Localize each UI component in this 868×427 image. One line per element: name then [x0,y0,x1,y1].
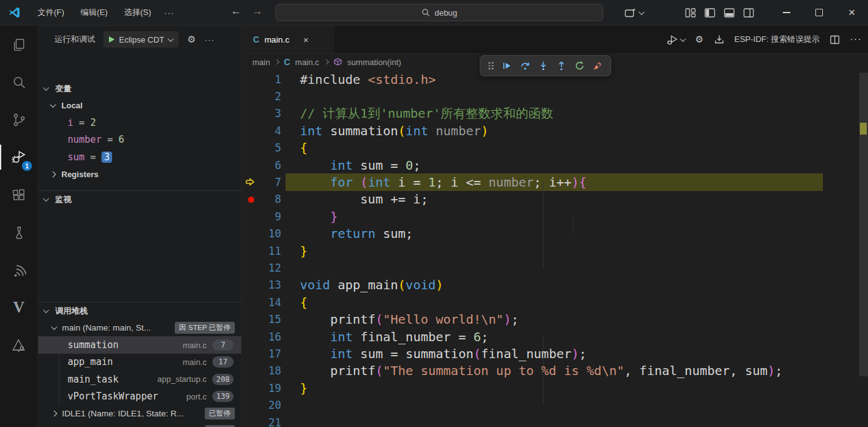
code-line: 12 [242,259,868,276]
code-line: 5{ [242,140,868,157]
line-number: 4 [242,125,281,137]
step-over-button[interactable] [516,57,534,75]
variable-row[interactable]: i = 2 [38,114,241,131]
callstack-frame-row[interactable]: vPortTaskWrapperport.c139 [38,388,241,405]
activity-extensions[interactable] [0,176,38,214]
step-out-button[interactable] [552,57,571,75]
tab-close-icon[interactable]: × [303,34,309,45]
debug-gear-icon[interactable]: ⚙ [187,34,195,45]
split-editor-icon[interactable] [830,35,840,44]
breadcrumb-item[interactable]: summation(int) [348,58,401,67]
command-center-search[interactable]: debug [276,4,603,21]
c-file-icon: C [284,57,290,67]
line-number: 14 [242,296,281,309]
chevron-down-icon [680,36,686,42]
watch-section-header[interactable]: 监视 [38,191,241,208]
activity-v-extension[interactable]: V [0,289,38,326]
editor-more-icon[interactable]: ··· [850,34,862,45]
step-into-button[interactable] [534,57,552,75]
variable-row[interactable]: number = 6 [38,131,241,148]
frame-file: port.c [186,392,207,401]
activity-source-control[interactable] [0,101,38,138]
code-line: 11} [242,242,868,259]
launch-config-dropdown[interactable]: Eclipse CDT [103,31,178,48]
run-or-debug-button[interactable] [667,34,685,45]
frame-name: app_main [68,356,113,368]
callstack-thread-row[interactable]: main (Name: main, St...因 STEP 已暂停 [38,319,241,336]
tab-main-c[interactable]: C main.c × [242,26,334,53]
tab-bar: C main.c × ⚙ ESP-IDF: 搜索错误提示 ··· [242,26,868,54]
back-icon[interactable]: ← [228,5,244,18]
variables-section-header[interactable]: 变量 [38,80,241,97]
code-line: 8 sum += i; [242,191,868,208]
close-button[interactable]: × [835,0,868,25]
menu-item[interactable]: 选择(S) [117,4,158,21]
code-line: 3// 计算从1到'number'所有整数求和的函数 [242,105,868,122]
frame-file: main.c [183,341,207,350]
minimize-button[interactable] [770,0,803,25]
scope-local[interactable]: Local [38,97,241,114]
tab-label: main.c [264,35,289,44]
chevron-down-icon [639,9,645,15]
forward-icon[interactable]: → [249,5,266,18]
debug-sidebar: 运行和调试 Eclipse CDT ⚙ ··· 变量 Local i = 2nu… [38,26,242,427]
copilot-menu-button[interactable] [624,8,644,18]
customize-layout-icon[interactable] [685,8,696,18]
toggle-secondary-sidebar-icon[interactable] [743,8,754,18]
esp-idf-action-label[interactable]: ESP-IDF: 搜索错误提示 [735,34,820,45]
breadcrumb-item[interactable]: main.c [295,58,319,67]
callstack-thread-row[interactable]: IDLE0 (Name: IDLE0)已暂停 [38,422,241,427]
editor-scrollbar-thumb[interactable] [859,73,868,376]
maximize-button[interactable] [803,0,835,25]
callstack-frame-row[interactable]: summationmain.c7 [38,336,241,353]
line-number: 20 [242,399,281,411]
callstack-frame-row[interactable]: app_mainmain.c17 [38,354,241,371]
menu-item[interactable]: 文件(F) [31,4,71,21]
frame-line-badge: 7 [212,339,234,351]
disconnect-button[interactable] [589,57,607,75]
code-line: 13void app_main(void) [242,277,868,294]
activity-search[interactable] [0,63,38,101]
symbol-method-icon [333,58,343,67]
activity-explorer[interactable] [0,26,38,63]
breakpoint-icon[interactable] [248,197,254,203]
line-number: 3 [242,107,281,120]
variable-row[interactable]: sum = 3 [38,148,241,165]
thread-state-badge: 已暂停 [205,408,235,419]
code-line: 15 printf("Hello world!\n"); [242,311,868,327]
callstack-frame-row[interactable]: main_taskapp_startup.c208 [38,371,241,388]
toggle-panel-icon[interactable] [724,8,735,18]
code-area[interactable]: 1#include <stdio.h>23// 计算从1到'number'所有整… [242,71,868,427]
restart-button[interactable] [571,57,589,75]
esp-idf-flash-icon[interactable] [714,34,725,44]
settings-gear-icon[interactable]: ⚙ [695,34,703,45]
breadcrumb-item[interactable]: main [252,58,270,67]
continue-button[interactable] [498,57,516,75]
activity-run-and-debug[interactable]: 1 [0,138,38,176]
scope-registers[interactable]: Registers [38,166,241,183]
menubar-more[interactable]: ··· [158,6,180,20]
callstack-section-header[interactable]: 调用堆栈 [38,302,241,319]
line-number: 6 [242,159,281,172]
debug-toolbar [480,55,611,76]
chevron-down-icon [43,195,49,202]
activity-espressif-idf[interactable] [0,251,38,289]
drag-handle-icon[interactable] [488,62,493,69]
debug-more-icon[interactable]: ··· [205,35,215,44]
activity-esp-idf-tools[interactable] [0,326,38,364]
line-number: 18 [242,364,281,377]
code-line: 6 int sum = 0; [242,157,868,173]
callstack-thread-row[interactable]: IDLE1 (Name: IDLE1, State: R...已暂停 [38,405,241,422]
variable-value: 6 [118,134,124,145]
thread-state-badge: 已暂停 [205,425,235,427]
activity-testing[interactable] [0,214,38,251]
toggle-primary-sidebar-icon[interactable] [705,8,715,18]
menu-item[interactable]: 编辑(E) [74,4,115,21]
line-number: 15 [242,313,281,326]
line-number: 12 [242,262,281,274]
titlebar: 文件(F)编辑(E)选择(S) ··· ← → debug [0,0,868,26]
line-number: 21 [242,416,281,427]
titlebar-right: × [624,0,868,25]
start-debug-icon[interactable] [109,36,115,43]
variable-value: 2 [90,117,96,128]
